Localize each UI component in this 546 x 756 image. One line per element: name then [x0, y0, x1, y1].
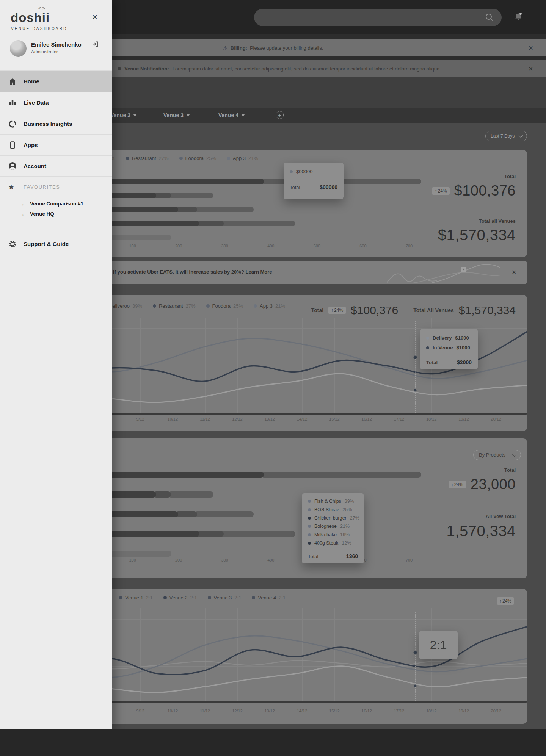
- ratio-tooltip-value: 2:1: [430, 638, 447, 652]
- sidebar-item-business-insights[interactable]: Business Insights: [0, 113, 112, 134]
- axis-tick-label: 16/12: [361, 417, 372, 421]
- notifications-bell-icon[interactable]: [513, 11, 524, 24]
- user-role: Administrator: [31, 49, 58, 55]
- venue-notification-text: Lorem ipsum dolor sit amet, consectetur …: [173, 66, 441, 72]
- dropdown-value: By Products: [479, 452, 505, 458]
- sidebar-item-label: Account: [24, 163, 46, 169]
- legend-dot-icon: [206, 304, 210, 308]
- axis-tick-label: 12/12: [232, 417, 243, 421]
- sidebar-item-live-data[interactable]: Live Data: [0, 92, 112, 113]
- add-venue-button[interactable]: +: [276, 111, 284, 119]
- tooltip-dot-icon: [308, 542, 311, 545]
- legend-dot-icon: [227, 157, 230, 160]
- tooltip-total-value: $2000: [457, 359, 472, 365]
- axis-tick-label: 500: [314, 244, 320, 248]
- legend-dot-icon: [119, 596, 122, 599]
- legend-dot-icon: [252, 596, 255, 599]
- billing-text: Please update your billing details.: [250, 45, 323, 51]
- axis-tick-label: 10/12: [168, 417, 178, 421]
- axis-tick-label: 20/12: [491, 417, 502, 421]
- tooltip-row: Delivery$1000: [426, 335, 472, 341]
- sidebar-item-support[interactable]: Support & Guide: [0, 233, 112, 255]
- billing-close-icon[interactable]: ×: [526, 44, 535, 53]
- sidebar-item-home[interactable]: Home: [0, 70, 112, 92]
- total-value: $100,376: [351, 304, 398, 317]
- legend-dot-icon: [126, 157, 129, 160]
- logo-brackets-icon: <>: [38, 5, 46, 11]
- venue-notification-label: Venue Notification:: [124, 66, 169, 72]
- axis-tick-label: 300: [221, 244, 228, 248]
- search-icon[interactable]: [485, 13, 494, 24]
- legend-item: Restaurant27%: [153, 303, 196, 309]
- favourite-label: Venue HQ: [30, 211, 54, 217]
- all-vew-total-label: All Vew Total: [486, 513, 516, 519]
- legend-item: Venue 12:1: [119, 595, 153, 601]
- sidebar-drawer: doshii <> VENUE DASHBOARD × Emilee Simch…: [0, 0, 112, 729]
- tooltip-dot-icon: [308, 525, 311, 528]
- bar-row: [86, 491, 437, 498]
- all-vew-total-value: 1,570,334: [447, 523, 516, 540]
- tooltip-row: Chicken burger27%: [308, 515, 358, 521]
- learn-more-link[interactable]: Learn More: [245, 269, 272, 275]
- sidebar-item-apps[interactable]: Apps: [0, 134, 112, 155]
- favourites-heading: FAVOURITES: [24, 184, 60, 190]
- period-dropdown[interactable]: Last 7 Days: [485, 131, 527, 141]
- total-label: Total: [504, 174, 516, 179]
- axis-tick-label: 700: [406, 558, 413, 562]
- axis-tick-label: 9/12: [136, 417, 144, 421]
- user-avatar[interactable]: [10, 40, 27, 57]
- legend-item: Foodora25%: [206, 303, 243, 309]
- bar-row: [86, 235, 437, 240]
- total-all-venues-value: $1,570,334: [459, 304, 516, 317]
- axis-tick-label: 13/12: [264, 417, 275, 421]
- sidebar-item-label: Live Data: [24, 99, 49, 106]
- sidebar-item-label: Business Insights: [24, 121, 72, 127]
- card-totals: Total ↑24% $100,376 Total All Venues $1,…: [311, 304, 516, 317]
- axis-tick-label: 9/12: [136, 709, 144, 713]
- axis-tick-label: 400: [267, 558, 274, 562]
- tab-venue-4[interactable]: Venue 4: [216, 108, 247, 123]
- growth-badge: ↑24%: [432, 187, 449, 195]
- billing-label: Billing:: [231, 45, 247, 51]
- favourite-label: Venue Comparison #1: [30, 201, 83, 207]
- data-point-dot: [414, 389, 417, 392]
- period-value: Last 7 Days: [491, 133, 515, 139]
- data-point-dot: [414, 685, 417, 687]
- sidebar-item-venue-comparison[interactable]: → Venue Comparison #1: [0, 199, 112, 208]
- up-arrow-icon: ↑: [435, 188, 437, 194]
- axis-tick-label: 10/12: [168, 709, 178, 713]
- venue-notification-close-icon[interactable]: ×: [526, 64, 535, 74]
- doshii-logo: doshii: [11, 11, 50, 25]
- banner-close-icon[interactable]: ×: [509, 268, 519, 277]
- legend-dot-icon: [179, 157, 183, 160]
- warning-icon: ⚠: [223, 45, 228, 52]
- tooltip-row: 400g Steak12%: [308, 540, 358, 546]
- total-all-venues-value: $1,570,334: [438, 227, 516, 244]
- growth-badge: ↑24%: [497, 597, 514, 605]
- by-products-dropdown[interactable]: By Products: [473, 450, 521, 460]
- favourites-star-icon: ★: [8, 183, 14, 191]
- tab-venue-2[interactable]: Venue 2: [108, 108, 139, 123]
- bar-row: [86, 472, 437, 478]
- tooltip-dot-icon: [308, 517, 311, 520]
- legend-item: Venue 42:1: [252, 595, 286, 601]
- tooltip-total-label: Total: [308, 554, 318, 559]
- gear-icon: [8, 239, 17, 249]
- axis-tick-label: 200: [175, 244, 182, 248]
- sidebar-close-icon[interactable]: ×: [90, 12, 100, 22]
- sidebar-item-label: Support & Guide: [24, 241, 69, 247]
- axis-tick-label: 200: [175, 558, 182, 562]
- sidebar-item-account[interactable]: Account: [0, 155, 112, 177]
- chevron-down-icon: [512, 452, 516, 456]
- sidebar-item-venue-hq[interactable]: → Venue HQ: [0, 209, 112, 219]
- axis-tick-label: 17/12: [394, 417, 405, 421]
- tooltip-row: Fish & Chips39%: [308, 499, 358, 504]
- legend-item: App 321%: [227, 155, 258, 161]
- tab-venue-3[interactable]: Venue 3: [161, 108, 192, 123]
- up-arrow-icon: ↑: [451, 482, 453, 487]
- axis-tick-label: 300: [221, 558, 228, 562]
- logout-icon[interactable]: [92, 41, 99, 49]
- home-icon: [8, 77, 17, 86]
- search-input[interactable]: [254, 9, 502, 26]
- legend-item: Venue 22:1: [163, 595, 197, 601]
